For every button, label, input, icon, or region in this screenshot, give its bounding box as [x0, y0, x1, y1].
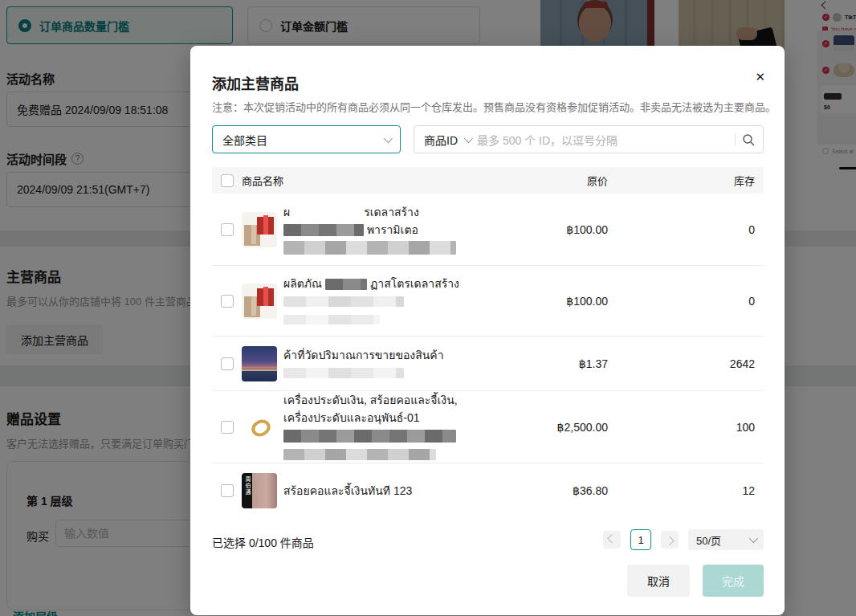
- row-checkbox[interactable]: [221, 484, 234, 497]
- modal-title: 添加主营商品: [212, 72, 299, 93]
- row-checkbox[interactable]: [221, 357, 234, 370]
- id-filter-label: 商品ID: [424, 132, 458, 148]
- redaction-block: [283, 368, 404, 378]
- product-stock: 0: [608, 295, 755, 308]
- selected-count-text: 已选择 0/100 件商品: [212, 534, 314, 550]
- product-stock: 100: [608, 421, 755, 434]
- prev-page-button[interactable]: [603, 531, 621, 549]
- row-checkbox[interactable]: [221, 223, 234, 236]
- thumbnail-caption: 周伯通: [243, 476, 251, 496]
- product-name: เครื่องประดับเงิน, สร้อยคอและจี้เงิน, เค…: [283, 391, 512, 463]
- table-row: ค้าที่วัดปริมาณการขายของสินค้า ฿1.37 264…: [212, 337, 764, 391]
- product-price: ฿100.00: [512, 223, 608, 236]
- id-search-input[interactable]: 最多 500 个 ID，以逗号分隔: [477, 132, 728, 148]
- search-icon[interactable]: [742, 133, 755, 146]
- modal-note: 注意：本次促销活动中的所有商品必须从同一个仓库发出。预售商品没有资格参加促销活动…: [212, 99, 776, 114]
- divider: [735, 133, 736, 146]
- header-name: 商品名称: [242, 173, 512, 188]
- product-name: ผรเดลาสร้าง พารามิเตอ: [283, 203, 512, 256]
- redaction-block: [283, 315, 380, 324]
- chevron-down-icon: [384, 133, 393, 142]
- product-price: ฿2,500.00: [512, 421, 608, 434]
- product-stock: 2642: [608, 357, 755, 370]
- close-icon[interactable]: ✕: [755, 71, 765, 83]
- product-name: ค้าที่วัดปริมาณการขายของสินค้า: [283, 346, 512, 381]
- confirm-button[interactable]: 完成: [703, 565, 764, 597]
- chevron-down-icon: [464, 133, 473, 142]
- products-table: 商品名称 原价 库存 ผรเดลาสร้าง พารามิเตอ ฿100.00…: [212, 167, 764, 518]
- product-thumbnail: [242, 212, 277, 247]
- redaction-block: [283, 224, 364, 236]
- table-row: ผลิตภัณ ฏาสโตรเดลาสร้าง ฿100.00 0: [212, 266, 764, 337]
- product-price: ฿36.80: [512, 484, 608, 497]
- header-stock: 库存: [608, 173, 755, 188]
- chevron-down-icon: [749, 534, 758, 543]
- product-stock: 0: [608, 223, 755, 236]
- next-page-button[interactable]: [661, 531, 679, 549]
- product-price: ฿1.37: [512, 357, 608, 370]
- header-price: 原价: [512, 173, 608, 188]
- table-row: 周伯通 สร้อยคอและจี้เงินทันที 123 ฿36.80 12: [212, 463, 764, 518]
- redaction-block: [283, 449, 436, 460]
- product-id-search-group[interactable]: 商品ID 最多 500 个 ID，以逗号分隔: [414, 125, 764, 153]
- row-checkbox[interactable]: [221, 421, 234, 434]
- chevron-right-icon: [665, 536, 674, 545]
- page-size-select[interactable]: 50/页: [688, 529, 764, 550]
- redaction-block: [325, 279, 367, 290]
- product-price: ฿100.00: [512, 295, 608, 308]
- select-all-checkbox[interactable]: [221, 174, 234, 187]
- product-thumbnail: [242, 410, 277, 445]
- table-row: ผรเดลาสร้าง พารามิเตอ ฿100.00 0: [212, 194, 764, 266]
- redaction-block: [283, 241, 456, 255]
- product-thumbnail: 周伯通: [242, 473, 277, 508]
- table-header: 商品名称 原价 库存: [212, 167, 764, 194]
- category-select-value: 全部类目: [222, 132, 267, 148]
- product-name: สร้อยคอและจี้เงินทันที 123: [283, 482, 512, 500]
- product-name: ผลิตภัณ ฏาสโตรเดลาสร้าง: [283, 275, 512, 328]
- add-main-products-modal: ✕ 添加主营商品 注意：本次促销活动中的所有商品必须从同一个仓库发出。预售商品没…: [190, 46, 785, 615]
- table-row: เครื่องประดับเงิน, สร้อยคอและจี้เงิน, เค…: [212, 391, 764, 463]
- redaction-block: [283, 296, 404, 307]
- row-checkbox[interactable]: [221, 295, 234, 308]
- product-stock: 12: [608, 484, 755, 497]
- redaction-block: [283, 430, 456, 443]
- current-page[interactable]: 1: [630, 529, 651, 550]
- chevron-left-icon: [607, 534, 616, 543]
- cancel-button[interactable]: 取消: [627, 565, 690, 597]
- pagination: 1 50/页: [603, 529, 764, 550]
- category-select[interactable]: 全部类目: [212, 125, 401, 153]
- product-thumbnail: [242, 346, 277, 381]
- product-thumbnail: [242, 284, 277, 319]
